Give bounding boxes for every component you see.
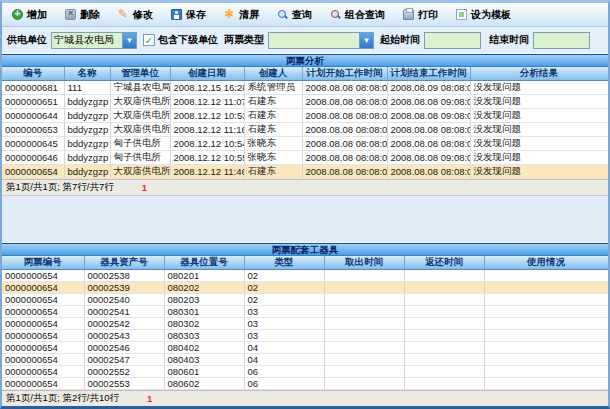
column-header[interactable]: 创建人 [244,67,302,81]
table-cell: 03 [244,306,324,318]
table-row[interactable]: 00000006540000254008020302 [2,294,608,306]
table-row[interactable]: 0000000654bddyzgzp大双庙供电所2008.12.12 11:46… [2,165,608,179]
table-row[interactable]: 0000000653bddyzgzp大双庙供电所2008.12.12 11:16… [2,123,608,137]
table-row[interactable]: 00000006540000254108030103 [2,306,608,318]
column-header[interactable]: 计划结束工作时间 [387,67,470,81]
column-header[interactable]: 器具位置号 [164,256,244,270]
table-cell: 石建东 [244,123,302,137]
print-button[interactable]: 打印 [401,7,440,23]
supply-unit-select[interactable]: ▼ [51,32,137,49]
save-button-label: 保存 [186,8,206,22]
set-template-button[interactable]: 设为模板 [454,7,513,23]
table-cell [404,342,484,354]
column-header[interactable]: 使用情况 [484,256,608,270]
table-row[interactable]: 0000000644bddyzgzp大双庙供电所2008.12.12 10:53… [2,109,608,123]
table-cell: 111 [64,81,110,95]
include-sub-checkbox[interactable]: ✓ [143,34,155,46]
table-row[interactable]: 00000006540000253808020102 [2,270,608,282]
table-row[interactable]: 00000006540000254708040304 [2,354,608,366]
column-header[interactable]: 编号 [2,67,64,81]
analysis-table: 编号名称管理单位创建日期创建人计划开始工作时间计划结束工作时间分析结果 0000… [2,67,609,179]
table-cell: 0000000654 [2,282,84,294]
table-cell: 大双庙供电所 [110,109,170,123]
analysis-page-number[interactable]: 1 [142,182,147,193]
table-cell [404,354,484,366]
table-cell: 00002538 [84,270,164,282]
supply-unit-input[interactable] [52,33,122,48]
table-cell: 2008.08.08 08:08:08 [302,137,387,151]
column-header[interactable]: 两票编号 [2,256,84,270]
ticket-type-input[interactable] [269,33,359,48]
toolbar: 增加 删除 修改 保存 清屏 查询 组合查询 打印 [2,3,608,27]
table-row[interactable]: 0000000681111宁城县农电局2008.12.15 16:28:37系统… [2,81,608,95]
table-cell: 没发现问题 [470,123,608,137]
table-cell: 080601 [164,366,244,378]
table-cell: 0000000654 [2,366,84,378]
tools-table: 两票编号器具资产号器具位置号类型取出时间返还时间使用情况 00000006540… [2,256,609,390]
table-cell: 080201 [164,270,244,282]
table-cell [404,330,484,342]
table-cell [484,282,608,294]
table-row[interactable]: 00000006540000253908020202 [2,282,608,294]
table-row[interactable]: 00000006540000254208030203 [2,318,608,330]
column-header[interactable]: 器具资产号 [84,256,164,270]
table-cell [484,378,608,390]
table-cell [324,294,404,306]
chevron-down-icon[interactable]: ▼ [122,33,136,48]
table-cell: 080402 [164,342,244,354]
delete-button[interactable]: 删除 [63,7,102,23]
table-cell [404,282,484,294]
table-cell [324,270,404,282]
template-icon [456,9,467,20]
chevron-down-icon[interactable]: ▼ [359,33,373,48]
table-row[interactable]: 00000006540000254308030303 [2,330,608,342]
table-cell: 2008.12.12 10:55:47 [170,151,244,165]
column-header[interactable]: 取出时间 [324,256,404,270]
table-cell: 2008.08.08 08:08:08 [302,81,387,95]
query-button[interactable]: 查询 [275,7,314,23]
table-row[interactable]: 0000000651bddyzgzp大双庙供电所2008.12.12 11:07… [2,95,608,109]
clear-screen-button[interactable]: 清屏 [222,7,261,23]
column-header[interactable]: 分析结果 [470,67,608,81]
table-cell: 06 [244,366,324,378]
table-cell: 0000000654 [2,342,84,354]
table-cell: 0000000644 [2,109,64,123]
table-cell [484,270,608,282]
table-row[interactable]: 00000006540000254608040204 [2,342,608,354]
table-cell [324,354,404,366]
table-cell: 00002553 [84,378,164,390]
table-cell: 02 [244,294,324,306]
column-header[interactable]: 创建日期 [170,67,244,81]
modify-button[interactable]: 修改 [116,7,155,23]
table-row[interactable]: 00000006540000255308060206 [2,378,608,390]
table-cell: 宁城县农电局 [110,81,170,95]
column-header[interactable]: 类型 [244,256,324,270]
tools-page-number[interactable]: 1 [147,393,152,404]
column-header[interactable]: 管理单位 [110,67,170,81]
table-row[interactable]: 00000006540000255208060106 [2,366,608,378]
start-time-input[interactable] [424,32,481,49]
table-cell: 大双庙供电所 [110,123,170,137]
table-cell: 0000000681 [2,81,64,95]
table-cell: 2008.08.08 08:08:08 [302,109,387,123]
column-header[interactable]: 计划开始工作时间 [302,67,387,81]
save-button[interactable]: 保存 [169,7,208,23]
ticket-type-select[interactable]: ▼ [268,32,374,49]
table-cell: 0000000654 [2,306,84,318]
table-cell [324,342,404,354]
table-cell: bddyzgzp [64,123,110,137]
tools-pagination-text: 第1页/共1页; 第2行/共10行 [6,392,119,405]
table-cell: 甸子供电所 [110,151,170,165]
end-time-input[interactable] [533,32,590,49]
table-cell: 04 [244,354,324,366]
table-row[interactable]: 0000000645bddyzgzp甸子供电所2008.12.12 10:54:… [2,137,608,151]
column-header[interactable]: 名称 [64,67,110,81]
column-header[interactable]: 返还时间 [404,256,484,270]
table-cell [324,318,404,330]
combo-query-button[interactable]: 组合查询 [328,7,387,23]
table-cell: 06 [244,378,324,390]
tools-panel: 两票配套工器具 两票编号器具资产号器具位置号类型取出时间返还时间使用情况 000… [2,242,608,406]
add-button[interactable]: 增加 [10,7,49,23]
table-cell: 00002539 [84,282,164,294]
table-row[interactable]: 0000000646bddyzgzp甸子供电所2008.12.12 10:55:… [2,151,608,165]
